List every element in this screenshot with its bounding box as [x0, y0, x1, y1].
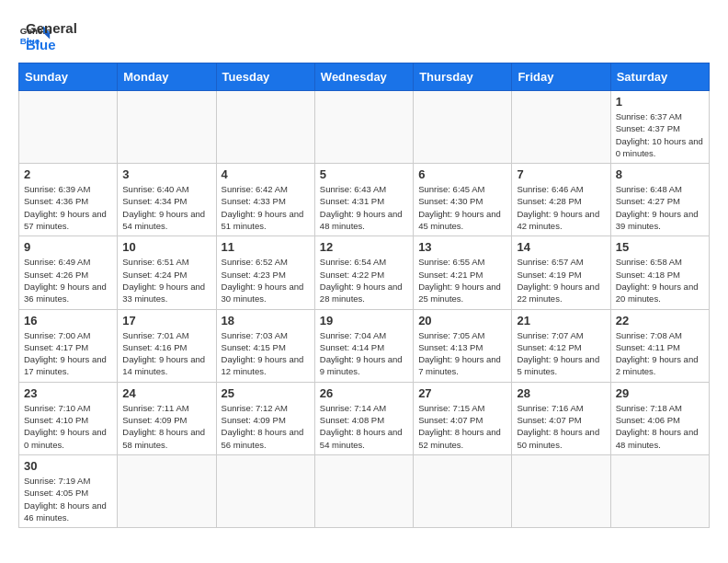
day-number: 1 [616, 95, 704, 109]
calendar-cell [118, 91, 216, 164]
day-number: 16 [24, 314, 112, 327]
day-number: 12 [320, 240, 408, 254]
column-header-sunday: Sunday [19, 63, 118, 91]
column-header-saturday: Saturday [610, 63, 709, 91]
day-info: Sunrise: 7:16 AM Sunset: 4:07 PM Dayligh… [517, 402, 605, 451]
day-number: 13 [418, 240, 506, 254]
day-number: 6 [418, 167, 506, 181]
day-info: Sunrise: 6:40 AM Sunset: 4:34 PM Dayligh… [122, 183, 210, 232]
logo-general: General [26, 20, 77, 37]
logo: General Blue General Blue [18, 18, 77, 53]
calendar-cell: 14Sunrise: 6:57 AM Sunset: 4:19 PM Dayli… [512, 236, 610, 309]
calendar-cell [512, 91, 610, 164]
day-number: 27 [418, 386, 506, 400]
day-info: Sunrise: 6:54 AM Sunset: 4:22 PM Dayligh… [320, 256, 408, 304]
day-info: Sunrise: 7:08 AM Sunset: 4:11 PM Dayligh… [616, 329, 704, 378]
day-info: Sunrise: 7:18 AM Sunset: 4:06 PM Dayligh… [616, 402, 704, 451]
calendar-cell: 8Sunrise: 6:48 AM Sunset: 4:27 PM Daylig… [610, 164, 709, 236]
day-number: 28 [517, 386, 605, 400]
day-info: Sunrise: 6:48 AM Sunset: 4:27 PM Dayligh… [616, 183, 704, 232]
calendar-cell: 27Sunrise: 7:15 AM Sunset: 4:07 PM Dayli… [414, 382, 512, 454]
calendar-cell: 6Sunrise: 6:45 AM Sunset: 4:30 PM Daylig… [414, 164, 512, 236]
calendar-cell [414, 454, 512, 527]
calendar-cell: 28Sunrise: 7:16 AM Sunset: 4:07 PM Dayli… [512, 382, 610, 454]
day-info: Sunrise: 7:05 AM Sunset: 4:13 PM Dayligh… [418, 329, 506, 378]
calendar-cell: 29Sunrise: 7:18 AM Sunset: 4:06 PM Dayli… [610, 382, 709, 454]
day-info: Sunrise: 7:10 AM Sunset: 4:10 PM Dayligh… [24, 402, 112, 451]
day-number: 17 [122, 314, 210, 327]
day-number: 20 [418, 314, 506, 327]
calendar-cell: 16Sunrise: 7:00 AM Sunset: 4:17 PM Dayli… [19, 309, 118, 382]
day-number: 15 [616, 240, 704, 254]
calendar-cell [118, 454, 216, 527]
calendar-cell: 25Sunrise: 7:12 AM Sunset: 4:09 PM Dayli… [216, 382, 314, 454]
day-number: 18 [222, 314, 310, 327]
day-number: 23 [24, 386, 112, 400]
header: General Blue General Blue [18, 18, 710, 53]
day-info: Sunrise: 6:45 AM Sunset: 4:30 PM Dayligh… [418, 183, 506, 232]
day-number: 14 [517, 240, 605, 254]
day-number: 7 [517, 167, 605, 181]
calendar-week-row: 1Sunrise: 6:37 AM Sunset: 4:37 PM Daylig… [19, 91, 710, 164]
day-info: Sunrise: 7:14 AM Sunset: 4:08 PM Dayligh… [320, 402, 408, 451]
day-number: 30 [24, 459, 112, 473]
calendar-cell: 21Sunrise: 7:07 AM Sunset: 4:12 PM Dayli… [512, 309, 610, 382]
column-header-tuesday: Tuesday [216, 63, 314, 91]
calendar-cell: 2Sunrise: 6:39 AM Sunset: 4:36 PM Daylig… [19, 164, 118, 236]
day-info: Sunrise: 7:04 AM Sunset: 4:14 PM Dayligh… [320, 329, 408, 378]
day-info: Sunrise: 7:19 AM Sunset: 4:05 PM Dayligh… [24, 475, 112, 523]
calendar-cell [610, 454, 709, 527]
column-header-thursday: Thursday [414, 63, 512, 91]
calendar-cell: 5Sunrise: 6:43 AM Sunset: 4:31 PM Daylig… [314, 164, 413, 236]
day-info: Sunrise: 6:37 AM Sunset: 4:37 PM Dayligh… [616, 110, 704, 159]
calendar-cell: 17Sunrise: 7:01 AM Sunset: 4:16 PM Dayli… [118, 309, 216, 382]
day-info: Sunrise: 6:49 AM Sunset: 4:26 PM Dayligh… [24, 256, 112, 304]
day-number: 22 [616, 314, 704, 327]
calendar-cell: 20Sunrise: 7:05 AM Sunset: 4:13 PM Dayli… [414, 309, 512, 382]
calendar-cell [19, 91, 118, 164]
day-number: 25 [222, 386, 310, 400]
calendar-table: SundayMondayTuesdayWednesdayThursdayFrid… [18, 63, 710, 528]
calendar-cell: 9Sunrise: 6:49 AM Sunset: 4:26 PM Daylig… [19, 236, 118, 309]
day-number: 5 [320, 167, 408, 181]
calendar-week-row: 23Sunrise: 7:10 AM Sunset: 4:10 PM Dayli… [19, 382, 710, 454]
day-info: Sunrise: 7:11 AM Sunset: 4:09 PM Dayligh… [122, 402, 210, 451]
calendar-cell [216, 454, 314, 527]
day-number: 10 [122, 240, 210, 254]
calendar-week-row: 2Sunrise: 6:39 AM Sunset: 4:36 PM Daylig… [19, 164, 710, 236]
day-info: Sunrise: 7:07 AM Sunset: 4:12 PM Dayligh… [517, 329, 605, 378]
calendar-cell [314, 454, 413, 527]
calendar-cell: 13Sunrise: 6:55 AM Sunset: 4:21 PM Dayli… [414, 236, 512, 309]
calendar-header-row: SundayMondayTuesdayWednesdayThursdayFrid… [19, 63, 710, 91]
day-number: 19 [320, 314, 408, 327]
day-number: 26 [320, 386, 408, 400]
day-number: 2 [24, 167, 112, 181]
column-header-monday: Monday [118, 63, 216, 91]
calendar-week-row: 9Sunrise: 6:49 AM Sunset: 4:26 PM Daylig… [19, 236, 710, 309]
day-info: Sunrise: 6:52 AM Sunset: 4:23 PM Dayligh… [222, 256, 310, 304]
calendar-cell [314, 91, 413, 164]
day-info: Sunrise: 7:00 AM Sunset: 4:17 PM Dayligh… [24, 329, 112, 378]
calendar-cell: 30Sunrise: 7:19 AM Sunset: 4:05 PM Dayli… [19, 454, 118, 527]
day-number: 29 [616, 386, 704, 400]
calendar-cell [512, 454, 610, 527]
calendar-cell: 15Sunrise: 6:58 AM Sunset: 4:18 PM Dayli… [610, 236, 709, 309]
column-header-friday: Friday [512, 63, 610, 91]
calendar-cell: 12Sunrise: 6:54 AM Sunset: 4:22 PM Dayli… [314, 236, 413, 309]
calendar-cell: 24Sunrise: 7:11 AM Sunset: 4:09 PM Dayli… [118, 382, 216, 454]
logo-blue: Blue [26, 37, 77, 53]
day-info: Sunrise: 7:15 AM Sunset: 4:07 PM Dayligh… [418, 402, 506, 451]
day-info: Sunrise: 6:42 AM Sunset: 4:33 PM Dayligh… [222, 183, 310, 232]
calendar-cell [414, 91, 512, 164]
calendar-cell: 19Sunrise: 7:04 AM Sunset: 4:14 PM Dayli… [314, 309, 413, 382]
calendar-cell: 11Sunrise: 6:52 AM Sunset: 4:23 PM Dayli… [216, 236, 314, 309]
calendar-cell: 10Sunrise: 6:51 AM Sunset: 4:24 PM Dayli… [118, 236, 216, 309]
calendar-cell: 26Sunrise: 7:14 AM Sunset: 4:08 PM Dayli… [314, 382, 413, 454]
day-info: Sunrise: 7:12 AM Sunset: 4:09 PM Dayligh… [222, 402, 310, 451]
calendar-cell: 23Sunrise: 7:10 AM Sunset: 4:10 PM Dayli… [19, 382, 118, 454]
day-number: 3 [122, 167, 210, 181]
column-header-wednesday: Wednesday [314, 63, 413, 91]
day-number: 21 [517, 314, 605, 327]
day-info: Sunrise: 6:46 AM Sunset: 4:28 PM Dayligh… [517, 183, 605, 232]
calendar-cell: 22Sunrise: 7:08 AM Sunset: 4:11 PM Dayli… [610, 309, 709, 382]
